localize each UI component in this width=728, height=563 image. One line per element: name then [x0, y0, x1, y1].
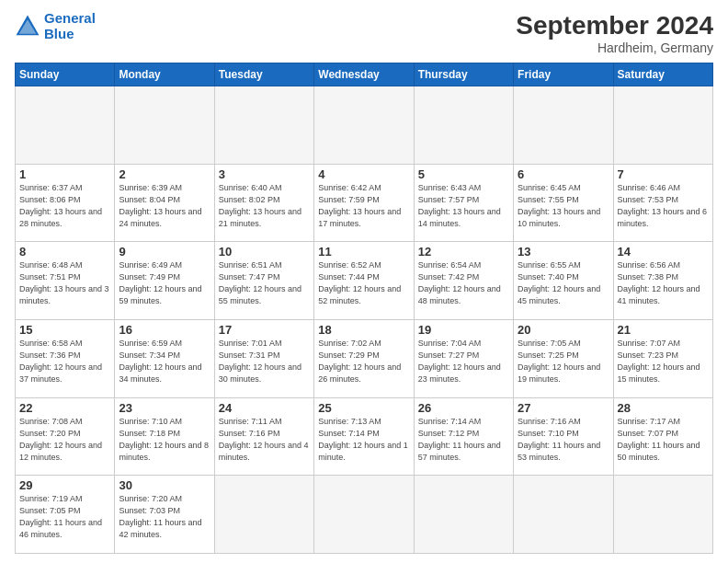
- day-number: 29: [19, 478, 110, 492]
- day-detail: Sunrise: 7:05 AMSunset: 7:25 PMDaylight:…: [518, 338, 609, 385]
- day-number: 19: [418, 323, 509, 337]
- day-detail: Sunrise: 6:55 AMSunset: 7:40 PMDaylight:…: [518, 259, 609, 307]
- day-number: 15: [19, 323, 110, 337]
- day-detail: Sunrise: 7:11 AMSunset: 7:16 PMDaylight:…: [219, 416, 310, 464]
- calendar-page: GeneralBlue September 2024 Hardheim, Ger…: [0, 0, 728, 563]
- calendar-cell: [414, 476, 513, 554]
- calendar-cell: 20Sunrise: 7:05 AMSunset: 7:25 PMDayligh…: [514, 319, 613, 397]
- calendar-cell: 27Sunrise: 7:16 AMSunset: 7:10 PMDayligh…: [514, 397, 613, 476]
- day-detail: Sunrise: 6:48 AMSunset: 7:51 PMDaylight:…: [19, 259, 110, 307]
- day-number: 5: [418, 167, 509, 181]
- day-number: 3: [219, 167, 310, 181]
- day-detail: Sunrise: 7:10 AMSunset: 7:18 PMDaylight:…: [119, 416, 210, 464]
- day-number: 18: [318, 323, 409, 337]
- calendar-cell: [514, 476, 613, 554]
- day-detail: Sunrise: 7:14 AMSunset: 7:12 PMDaylight:…: [418, 416, 509, 464]
- day-number: 6: [518, 167, 609, 181]
- weekday-header-thursday: Thursday: [414, 63, 513, 86]
- day-number: 21: [618, 323, 709, 337]
- calendar-cell: 26Sunrise: 7:14 AMSunset: 7:12 PMDayligh…: [414, 397, 513, 476]
- calendar-cell: 22Sunrise: 7:08 AMSunset: 7:20 PMDayligh…: [16, 397, 115, 476]
- calendar-cell: 6Sunrise: 6:45 AMSunset: 7:55 PMDaylight…: [514, 164, 613, 242]
- day-number: 12: [418, 245, 509, 259]
- day-number: 2: [119, 167, 210, 181]
- day-detail: Sunrise: 7:13 AMSunset: 7:14 PMDaylight:…: [318, 416, 409, 464]
- weekday-header-saturday: Saturday: [613, 63, 712, 86]
- calendar-cell: 11Sunrise: 6:52 AMSunset: 7:44 PMDayligh…: [314, 242, 414, 320]
- calendar-cell: 12Sunrise: 6:54 AMSunset: 7:42 PMDayligh…: [414, 242, 513, 320]
- day-detail: Sunrise: 7:02 AMSunset: 7:29 PMDaylight:…: [318, 338, 409, 385]
- day-detail: Sunrise: 6:42 AMSunset: 7:59 PMDaylight:…: [318, 182, 409, 230]
- day-detail: Sunrise: 7:01 AMSunset: 7:31 PMDaylight:…: [219, 338, 310, 385]
- day-detail: Sunrise: 6:39 AMSunset: 8:04 PMDaylight:…: [119, 182, 210, 230]
- day-detail: Sunrise: 6:52 AMSunset: 7:44 PMDaylight:…: [318, 259, 409, 307]
- calendar-cell: [16, 86, 115, 165]
- day-detail: Sunrise: 6:43 AMSunset: 7:57 PMDaylight:…: [418, 182, 509, 230]
- day-number: 28: [618, 401, 709, 415]
- calendar-cell: 3Sunrise: 6:40 AMSunset: 8:02 PMDaylight…: [214, 164, 313, 242]
- day-detail: Sunrise: 7:17 AMSunset: 7:07 PMDaylight:…: [618, 416, 709, 464]
- weekday-header-friday: Friday: [514, 63, 613, 86]
- weekday-header-monday: Monday: [115, 63, 214, 86]
- day-detail: Sunrise: 6:37 AMSunset: 8:06 PMDaylight:…: [19, 182, 110, 230]
- weekday-header-sunday: Sunday: [16, 63, 115, 86]
- day-detail: Sunrise: 6:45 AMSunset: 7:55 PMDaylight:…: [518, 182, 609, 230]
- day-number: 14: [618, 245, 709, 259]
- day-detail: Sunrise: 7:04 AMSunset: 7:27 PMDaylight:…: [418, 338, 509, 385]
- calendar-cell: [214, 476, 313, 554]
- day-number: 23: [119, 401, 210, 415]
- calendar-cell: 21Sunrise: 7:07 AMSunset: 7:23 PMDayligh…: [613, 319, 712, 397]
- day-number: 26: [418, 401, 509, 415]
- location: Hardheim, Germany: [516, 40, 713, 55]
- calendar-cell: [115, 86, 214, 165]
- day-detail: Sunrise: 6:59 AMSunset: 7:34 PMDaylight:…: [119, 338, 210, 385]
- day-detail: Sunrise: 6:56 AMSunset: 7:38 PMDaylight:…: [618, 259, 709, 307]
- day-number: 9: [119, 245, 210, 259]
- calendar-cell: 19Sunrise: 7:04 AMSunset: 7:27 PMDayligh…: [414, 319, 513, 397]
- day-number: 11: [318, 245, 409, 259]
- day-number: 16: [119, 323, 210, 337]
- calendar-cell: 5Sunrise: 6:43 AMSunset: 7:57 PMDaylight…: [414, 164, 513, 242]
- day-number: 13: [518, 245, 609, 259]
- day-detail: Sunrise: 6:51 AMSunset: 7:47 PMDaylight:…: [219, 259, 310, 307]
- calendar-cell: [514, 86, 613, 165]
- day-number: 4: [318, 167, 409, 181]
- calendar-cell: 14Sunrise: 6:56 AMSunset: 7:38 PMDayligh…: [613, 242, 712, 320]
- calendar-cell: 25Sunrise: 7:13 AMSunset: 7:14 PMDayligh…: [314, 397, 414, 476]
- calendar-cell: 28Sunrise: 7:17 AMSunset: 7:07 PMDayligh…: [613, 397, 712, 476]
- calendar-table: SundayMondayTuesdayWednesdayThursdayFrid…: [15, 63, 713, 554]
- month-title: September 2024: [516, 11, 713, 40]
- title-block: September 2024 Hardheim, Germany: [516, 11, 713, 55]
- day-detail: Sunrise: 7:16 AMSunset: 7:10 PMDaylight:…: [518, 416, 609, 464]
- logo: GeneralBlue: [15, 11, 96, 41]
- calendar-cell: [214, 86, 313, 165]
- day-detail: Sunrise: 7:19 AMSunset: 7:05 PMDaylight:…: [19, 493, 110, 541]
- day-number: 20: [518, 323, 609, 337]
- day-number: 30: [119, 478, 210, 492]
- calendar-cell: 10Sunrise: 6:51 AMSunset: 7:47 PMDayligh…: [214, 242, 313, 320]
- weekday-header-wednesday: Wednesday: [314, 63, 414, 86]
- calendar-cell: 30Sunrise: 7:20 AMSunset: 7:03 PMDayligh…: [115, 476, 214, 554]
- day-number: 8: [19, 245, 110, 259]
- day-number: 1: [19, 167, 110, 181]
- day-number: 27: [518, 401, 609, 415]
- calendar-cell: 13Sunrise: 6:55 AMSunset: 7:40 PMDayligh…: [514, 242, 613, 320]
- calendar-cell: 2Sunrise: 6:39 AMSunset: 8:04 PMDaylight…: [115, 164, 214, 242]
- logo-text: GeneralBlue: [44, 11, 96, 41]
- calendar-cell: 9Sunrise: 6:49 AMSunset: 7:49 PMDaylight…: [115, 242, 214, 320]
- calendar-cell: [314, 476, 414, 554]
- day-number: 24: [219, 401, 310, 415]
- day-number: 7: [618, 167, 709, 181]
- day-number: 17: [219, 323, 310, 337]
- day-detail: Sunrise: 6:40 AMSunset: 8:02 PMDaylight:…: [219, 182, 310, 230]
- day-detail: Sunrise: 6:46 AMSunset: 7:53 PMDaylight:…: [618, 182, 709, 230]
- calendar-cell: 29Sunrise: 7:19 AMSunset: 7:05 PMDayligh…: [16, 476, 115, 554]
- calendar-cell: 1Sunrise: 6:37 AMSunset: 8:06 PMDaylight…: [16, 164, 115, 242]
- calendar-cell: 18Sunrise: 7:02 AMSunset: 7:29 PMDayligh…: [314, 319, 414, 397]
- page-header: GeneralBlue September 2024 Hardheim, Ger…: [15, 11, 713, 55]
- day-detail: Sunrise: 6:49 AMSunset: 7:49 PMDaylight:…: [119, 259, 210, 307]
- day-detail: Sunrise: 6:58 AMSunset: 7:36 PMDaylight:…: [19, 338, 110, 385]
- calendar-cell: 7Sunrise: 6:46 AMSunset: 7:53 PMDaylight…: [613, 164, 712, 242]
- calendar-cell: [613, 86, 712, 165]
- calendar-cell: 16Sunrise: 6:59 AMSunset: 7:34 PMDayligh…: [115, 319, 214, 397]
